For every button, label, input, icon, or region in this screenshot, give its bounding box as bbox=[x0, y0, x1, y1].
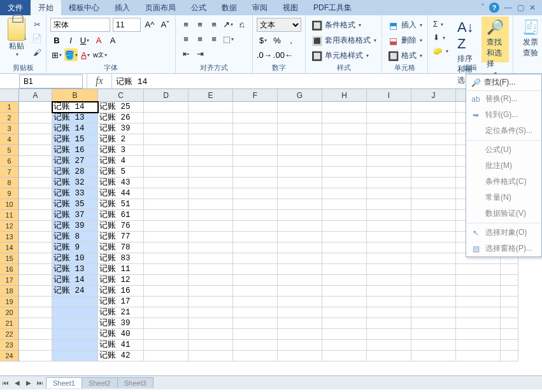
increase-font-icon[interactable]: A^ bbox=[143, 18, 156, 31]
row-header[interactable]: 20 bbox=[0, 307, 19, 318]
cell[interactable] bbox=[144, 232, 189, 242]
cell[interactable]: 记账 27 bbox=[52, 156, 98, 167]
cell[interactable] bbox=[233, 329, 278, 340]
cell[interactable] bbox=[144, 286, 189, 297]
cell[interactable] bbox=[189, 286, 233, 297]
align-left-icon[interactable]: ≡ bbox=[180, 32, 192, 45]
name-box[interactable]: B1 bbox=[19, 74, 83, 88]
cell[interactable] bbox=[189, 199, 233, 210]
cell[interactable] bbox=[144, 156, 189, 167]
cell[interactable] bbox=[189, 221, 233, 232]
cell[interactable] bbox=[278, 178, 322, 188]
column-header[interactable]: J bbox=[411, 89, 456, 102]
cell[interactable] bbox=[501, 340, 518, 351]
cell[interactable] bbox=[19, 210, 52, 221]
cell[interactable] bbox=[144, 253, 189, 264]
cell[interactable] bbox=[278, 253, 322, 264]
cell[interactable] bbox=[501, 318, 518, 329]
cell[interactable] bbox=[52, 340, 98, 351]
cell[interactable]: 记账 17 bbox=[98, 297, 144, 307]
row-headers[interactable]: 123456789101112131415161718192021222324 bbox=[0, 102, 19, 361]
cell[interactable] bbox=[456, 307, 501, 318]
row-header[interactable]: 6 bbox=[0, 156, 19, 167]
cells-area[interactable]: 记账 14记账 25记账 13记账 26记账 14记账 39记账 15记账 2记… bbox=[19, 102, 542, 361]
cell[interactable] bbox=[367, 221, 411, 232]
minimize-ribbon-icon[interactable]: ˇ bbox=[481, 3, 484, 12]
fx-icon[interactable]: fx bbox=[87, 74, 112, 88]
menu-item-formulas[interactable]: 公式(U) bbox=[466, 142, 541, 158]
column-header[interactable]: C bbox=[98, 89, 144, 102]
cell[interactable] bbox=[189, 113, 233, 123]
cell[interactable] bbox=[411, 134, 456, 145]
column-header[interactable]: A bbox=[19, 89, 52, 102]
cell[interactable] bbox=[278, 232, 322, 242]
cell[interactable] bbox=[233, 318, 278, 329]
tab-layout[interactable]: 页面布局 bbox=[138, 0, 183, 16]
cell[interactable] bbox=[367, 145, 411, 156]
cell[interactable] bbox=[52, 307, 98, 318]
row-header[interactable]: 10 bbox=[0, 199, 19, 210]
cell[interactable] bbox=[233, 167, 278, 178]
bold-button[interactable]: B bbox=[50, 34, 63, 46]
cell[interactable] bbox=[322, 210, 367, 221]
cell[interactable] bbox=[233, 340, 278, 351]
cell[interactable] bbox=[144, 145, 189, 156]
fill-button[interactable]: ⬇▾ bbox=[432, 32, 450, 43]
cell[interactable] bbox=[233, 286, 278, 297]
cell[interactable] bbox=[456, 297, 501, 307]
sheet-tab-1[interactable]: Sheet1 bbox=[46, 377, 82, 388]
cell[interactable] bbox=[233, 307, 278, 318]
copy-icon[interactable]: 📄 bbox=[32, 33, 42, 43]
cell[interactable]: 记账 2 bbox=[98, 134, 144, 145]
cell[interactable]: 记账 43 bbox=[98, 178, 144, 188]
font-color-button[interactable]: A▾ bbox=[79, 48, 92, 61]
cell[interactable] bbox=[501, 286, 518, 297]
column-header[interactable]: G bbox=[278, 89, 322, 102]
format-as-table-button[interactable]: 🔳套用表格格式▾ bbox=[310, 34, 378, 46]
row-header[interactable]: 11 bbox=[0, 210, 19, 221]
cell[interactable] bbox=[144, 210, 189, 221]
cell[interactable] bbox=[144, 123, 189, 134]
cell[interactable] bbox=[19, 264, 52, 275]
italic-button[interactable]: I bbox=[64, 34, 77, 46]
font-shrink-a-icon[interactable]: A bbox=[106, 34, 119, 46]
cell[interactable] bbox=[501, 329, 518, 340]
cell[interactable] bbox=[278, 156, 322, 167]
cell[interactable] bbox=[322, 275, 367, 286]
cell[interactable]: 记账 51 bbox=[98, 199, 144, 210]
cell[interactable] bbox=[189, 297, 233, 307]
cell[interactable] bbox=[233, 188, 278, 199]
cell[interactable] bbox=[411, 167, 456, 178]
cell[interactable]: 记账 61 bbox=[98, 210, 144, 221]
cell[interactable] bbox=[233, 156, 278, 167]
cell[interactable]: 记账 13 bbox=[52, 264, 98, 275]
cell[interactable] bbox=[19, 102, 52, 113]
cell[interactable] bbox=[367, 264, 411, 275]
cell[interactable] bbox=[233, 242, 278, 253]
cell[interactable] bbox=[233, 113, 278, 123]
cell[interactable] bbox=[19, 167, 52, 178]
cell[interactable] bbox=[367, 318, 411, 329]
row-header[interactable]: 4 bbox=[0, 134, 19, 145]
cell[interactable] bbox=[189, 242, 233, 253]
cell[interactable]: 记账 14 bbox=[52, 123, 98, 134]
cell[interactable] bbox=[19, 156, 52, 167]
cell[interactable] bbox=[278, 340, 322, 351]
tab-data[interactable]: 数据 bbox=[214, 0, 245, 16]
cell[interactable] bbox=[278, 318, 322, 329]
select-all-cell[interactable] bbox=[0, 89, 19, 102]
sheet-nav-first[interactable]: ⏮ bbox=[0, 377, 11, 389]
increase-decimal-icon[interactable]: .0→ bbox=[257, 48, 272, 61]
cell[interactable] bbox=[144, 134, 189, 145]
cell[interactable] bbox=[411, 318, 456, 329]
cell[interactable] bbox=[367, 123, 411, 134]
cell[interactable] bbox=[278, 275, 322, 286]
column-header[interactable]: E bbox=[189, 89, 233, 102]
cell[interactable]: 记账 10 bbox=[52, 253, 98, 264]
find-select-button[interactable]: 🔎 查找和选择 ▾ bbox=[481, 17, 509, 62]
invoice-verify-button[interactable]: 🧾 发票 查验 bbox=[517, 17, 542, 62]
cell[interactable]: 记账 24 bbox=[52, 286, 98, 297]
cell[interactable] bbox=[322, 297, 367, 307]
cell[interactable] bbox=[367, 351, 411, 361]
cell[interactable] bbox=[19, 286, 52, 297]
